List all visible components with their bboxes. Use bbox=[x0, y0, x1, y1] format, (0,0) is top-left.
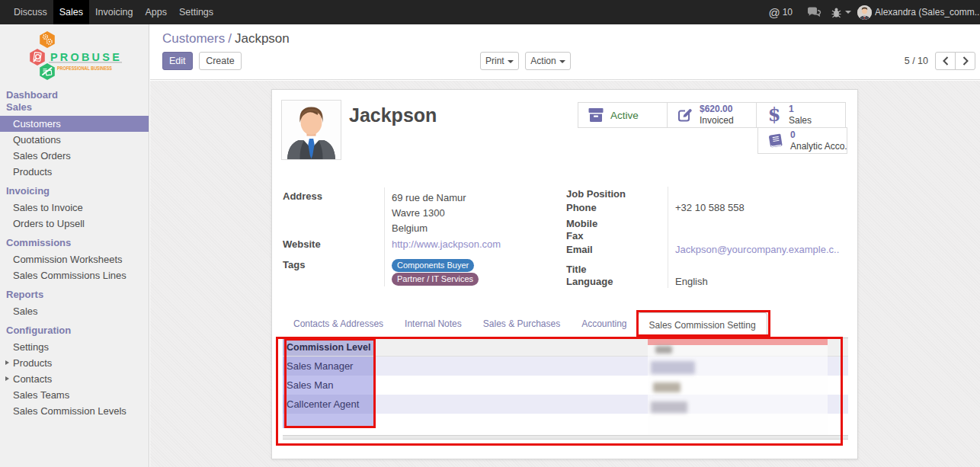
address-value: 69 rue de NamurWavre 1300Belgium bbox=[384, 187, 556, 236]
expand-caret-icon bbox=[5, 360, 9, 365]
sidebar-menu-entry[interactable]: Sales bbox=[0, 303, 149, 319]
logo-tagline-text: PROFESSIONAL BUSINESS bbox=[57, 65, 112, 72]
field-label: Fax bbox=[566, 230, 668, 242]
user-name: Alexandra (Sales_comm.. bbox=[875, 7, 980, 18]
sidebar-menu-entry[interactable]: Reports bbox=[0, 289, 149, 301]
customer-photo[interactable] bbox=[281, 100, 341, 160]
website-link[interactable]: http://www.jackpson.com bbox=[392, 238, 501, 250]
sidebar-menu-entry[interactable]: Invoicing bbox=[0, 185, 149, 197]
field-value: +32 10 588 558 bbox=[668, 200, 839, 214]
stat-button-row-1: Active $620.00Invoiced $ 1Sales bbox=[578, 102, 847, 128]
field-row: Mobile bbox=[566, 214, 839, 230]
sidebar-menu-entry[interactable]: Sales Commissions Lines bbox=[0, 267, 149, 283]
caret-down-icon bbox=[508, 60, 514, 63]
pager-next-button[interactable] bbox=[955, 52, 975, 70]
company-logo[interactable]: PROBUSE PROFESSIONAL BUSINESS bbox=[0, 24, 149, 84]
top-menu-item[interactable]: Invoicing bbox=[89, 0, 139, 24]
analytic-stat-value: 0 bbox=[790, 130, 847, 141]
sidebar-menu-entry[interactable]: Contacts bbox=[0, 371, 149, 387]
sidebar-menu-entry[interactable]: Sales to Invoice bbox=[0, 200, 149, 216]
breadcrumb-customers-link[interactable]: Customers bbox=[162, 31, 225, 46]
notebook-tab[interactable]: Internal Notes bbox=[394, 312, 472, 337]
caret-down-icon bbox=[559, 60, 565, 63]
user-menu[interactable]: Alexandra (Sales_comm.. bbox=[857, 5, 980, 20]
mention-count: 10 bbox=[783, 7, 793, 18]
sidebar-menu-entry[interactable]: Settings bbox=[0, 339, 149, 355]
field-label: Language bbox=[566, 276, 668, 288]
pager-previous-button[interactable] bbox=[935, 52, 956, 70]
sidebar-menu-entry[interactable]: Sales Commission Levels bbox=[0, 403, 149, 419]
field-value bbox=[668, 256, 839, 276]
expand-caret-icon bbox=[5, 376, 9, 381]
active-stat-button[interactable]: Active bbox=[578, 102, 668, 128]
user-avatar bbox=[857, 5, 872, 20]
notebook-tab[interactable]: Sales Commission Setting bbox=[638, 312, 767, 338]
redacted-header-highlight bbox=[648, 337, 828, 345]
sidebar-menu-entry[interactable]: Sales bbox=[0, 101, 149, 114]
tag-pill[interactable]: Partner / IT Services bbox=[392, 273, 479, 286]
field-value bbox=[668, 230, 839, 242]
commission-level-cell bbox=[283, 414, 375, 428]
messages-icon[interactable] bbox=[807, 7, 821, 18]
sidebar-menu-entry[interactable]: Sales Orders bbox=[0, 148, 149, 164]
top-menu-item[interactable]: Apps bbox=[139, 0, 173, 24]
tag-pill[interactable]: Components Buyer bbox=[392, 259, 474, 272]
sidebar-menu-entry[interactable]: Orders to Upsell bbox=[0, 216, 149, 232]
sidebar-menu-entry[interactable]: Commission Worksheets bbox=[0, 251, 149, 267]
invoiced-stat-button[interactable]: $620.00Invoiced bbox=[667, 102, 757, 128]
sidebar-menu-entry[interactable]: Products bbox=[0, 164, 149, 180]
top-navbar: DiscussSalesInvoicingAppsSettings @ 10 bbox=[0, 0, 980, 24]
commission-level-cell: Sales Manager bbox=[283, 357, 375, 376]
field-value bbox=[668, 214, 839, 230]
top-menu-item[interactable]: Sales bbox=[53, 0, 89, 24]
notebook-tab[interactable]: Sales & Purchases bbox=[472, 312, 571, 337]
chevron-right-icon bbox=[962, 56, 969, 66]
chevron-left-icon bbox=[943, 56, 949, 66]
field-label: Job Position bbox=[566, 187, 668, 200]
field-row: Fax bbox=[566, 230, 839, 242]
mention-counter[interactable]: @ 10 bbox=[768, 6, 793, 19]
field-label: Title bbox=[566, 256, 668, 276]
create-button[interactable]: Create bbox=[199, 52, 242, 70]
sidebar-menu-entry[interactable]: Configuration bbox=[0, 325, 149, 337]
at-icon: @ bbox=[768, 6, 780, 19]
pager-buttons bbox=[935, 52, 975, 70]
edit-button[interactable]: Edit bbox=[162, 52, 193, 70]
action-dropdown[interactable]: Action bbox=[525, 52, 570, 70]
website-value: http://www.jackpson.com bbox=[384, 236, 556, 254]
edit-pencil-icon bbox=[674, 107, 697, 123]
analytic-stat-button[interactable]: 0Analytic Acco... bbox=[757, 127, 847, 154]
field-groups: Address 69 rue de NamurWavre 1300Belgium… bbox=[283, 187, 848, 288]
stat-button-row-2: 0Analytic Acco... bbox=[578, 128, 847, 154]
sidebar-menu-entry[interactable]: Products bbox=[0, 355, 149, 371]
field-group-left: Address 69 rue de NamurWavre 1300Belgium… bbox=[283, 187, 556, 288]
address-line: Belgium bbox=[392, 221, 556, 236]
sales-stat-button[interactable]: $ 1Sales bbox=[756, 102, 846, 128]
action-buttons-left: Edit Create bbox=[162, 52, 242, 70]
invoiced-stat-label: Invoiced bbox=[700, 115, 734, 126]
sidebar-menu-entry[interactable]: Sales Teams bbox=[0, 387, 149, 403]
notebook-tab[interactable]: Accounting bbox=[571, 312, 637, 337]
commission-level-column-header[interactable]: Commission Level bbox=[283, 338, 375, 356]
top-menu-item[interactable]: Settings bbox=[173, 0, 219, 24]
sidebar-menu-entry[interactable]: Dashboard bbox=[0, 89, 149, 101]
print-dropdown[interactable]: Print bbox=[480, 52, 519, 70]
notebook-tab[interactable]: Contacts & Addresses bbox=[283, 312, 394, 337]
odoo-app-window: DiscussSalesInvoicingAppsSettings @ 10 bbox=[0, 0, 980, 467]
sidebar-menu-entry[interactable]: Quotations bbox=[0, 132, 149, 148]
commission-level-cell: Callcenter Agent bbox=[283, 395, 375, 414]
address-field-row: Address 69 rue de NamurWavre 1300Belgium bbox=[283, 187, 556, 236]
debug-menu[interactable] bbox=[831, 7, 851, 18]
sidebar-menu-entry[interactable]: Customers bbox=[0, 116, 149, 132]
email-link[interactable]: Jackpson@yourcompany.example.c.. bbox=[675, 244, 839, 255]
top-menu-item[interactable]: Discuss bbox=[8, 0, 53, 24]
field-value: Jackpson@yourcompany.example.c.. bbox=[668, 242, 839, 256]
field-row: Language English bbox=[566, 276, 839, 288]
logo-brand-text: PROBUSE bbox=[50, 50, 122, 63]
systray: @ 10 bbox=[765, 0, 980, 24]
sales-stat-label: Sales bbox=[789, 115, 812, 126]
invoiced-stat-text: $620.00Invoiced bbox=[697, 104, 734, 126]
sales-stat-text: 1Sales bbox=[786, 104, 812, 126]
sidebar-menu-entry[interactable]: Commissions bbox=[0, 237, 149, 249]
sidebar-menu: DashboardSalesCustomersQuotationsSales O… bbox=[0, 84, 149, 419]
